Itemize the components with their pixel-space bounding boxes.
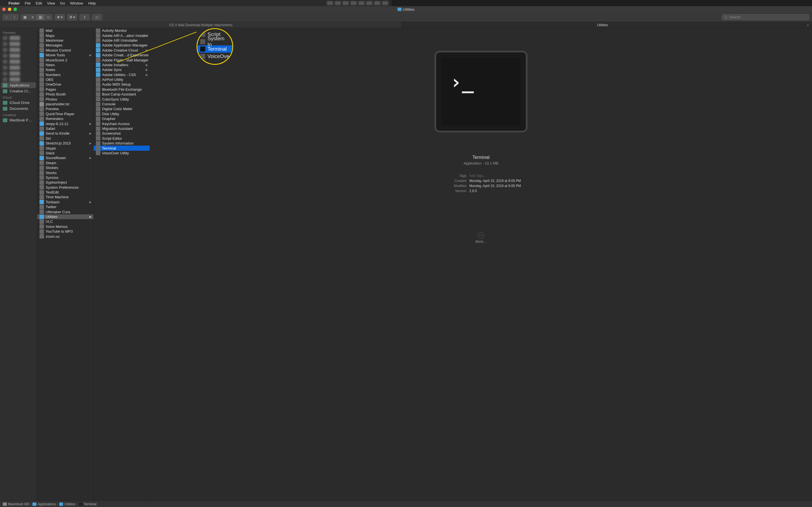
list-item[interactable]: Soundflower▶ [37,156,93,160]
list-item[interactable]: Adobe Sync▶ [94,67,150,72]
list-item[interactable]: Messages [37,43,93,48]
column-view-button[interactable]: ▥ [37,14,45,20]
list-item[interactable]: Toribash▶ [37,200,93,205]
menu-file[interactable]: File [25,1,31,5]
icon-view-button[interactable]: ▦ [21,14,29,20]
list-item[interactable]: Reminders [37,116,93,121]
list-item[interactable]: ColorSync Utility [94,97,150,101]
menu-help[interactable]: Help [88,1,96,5]
list-item[interactable]: VLC [37,219,93,224]
share-button[interactable]: ⇪ [80,14,90,20]
list-item[interactable]: Screenshot [94,131,150,136]
menubar-app[interactable]: Finder [8,1,20,5]
tab-0[interactable]: OS X Mail Download Multiple Attachments [0,22,392,28]
action-button[interactable]: ⚙ ▾ [67,14,77,20]
list-item[interactable]: Send to Kindle▶ [37,131,93,136]
list-item[interactable]: Meshmixer [37,38,93,43]
list-item[interactable]: Pages [37,87,93,92]
list-item[interactable]: Migration Assistant [94,126,150,131]
list-item[interactable]: Adobe Utilities - CS5▶ [94,72,150,77]
list-item[interactable]: Steam [37,161,93,165]
status-icon[interactable] [350,1,357,5]
list-item[interactable]: placeholder.txt [37,102,93,107]
list-item[interactable]: Adobe AIR Uninstaller [94,38,150,43]
menu-edit[interactable]: Edit [36,1,42,5]
list-item[interactable]: Numbers [37,72,93,77]
list-item[interactable]: zoom.us [37,234,93,238]
sidebar-item[interactable]: ████ [0,70,37,76]
status-icon[interactable] [366,1,372,5]
list-item[interactable]: OBS [37,77,93,82]
list-item[interactable]: Utilities▶ [37,214,93,219]
sidebar-item[interactable]: MacBook P… [0,117,37,123]
list-item[interactable]: OneDrive [37,82,93,87]
list-item[interactable]: Adobe Creative Cloud▶ [94,48,150,53]
status-icon[interactable] [335,1,341,5]
list-item[interactable]: Mission Control [37,48,93,53]
list-item[interactable]: Console [94,102,150,107]
zoom-button[interactable] [13,8,17,11]
sidebar-item[interactable]: ████ [0,41,37,47]
list-item[interactable]: Skype [37,146,93,151]
list-item[interactable]: SketchUp 2015▶ [37,141,93,146]
list-item[interactable]: Safari [37,126,93,131]
list-item[interactable]: Adobe Installers▶ [94,62,150,67]
list-item[interactable]: Movie Tools▶ [37,53,93,57]
sidebar-item[interactable]: ████ [0,35,37,41]
forward-button[interactable]: › [11,14,18,20]
list-item[interactable]: Adobe Application Manager▶ [94,43,150,48]
sidebar-item[interactable]: Creative Cl… [0,88,37,94]
list-item[interactable]: Audio MIDI Setup [94,82,150,87]
sidebar-item[interactable]: iCloud Drive [0,100,37,106]
status-icon[interactable] [358,1,364,5]
list-item[interactable]: Activity Monitor [94,28,150,33]
status-icon[interactable] [374,1,380,5]
sidebar-item[interactable]: ████ [0,53,37,59]
close-button[interactable] [2,8,6,11]
list-item[interactable]: YouTube to MP3 [37,229,93,234]
list-item[interactable]: Siri [37,136,93,141]
sidebar-item[interactable]: ████ [0,59,37,64]
list-item[interactable]: Script Editor [94,136,150,141]
back-button[interactable]: ‹ [3,14,11,20]
list-item[interactable]: SyphonInject [37,180,93,185]
list-item[interactable]: Keychain Access [94,121,150,126]
list-item[interactable]: Stickies [37,165,93,170]
list-item[interactable]: System Preferences [37,185,93,190]
list-item[interactable]: Grapher [94,116,150,121]
menu-view[interactable]: View [47,1,55,5]
list-item[interactable]: Digital Color Meter [94,107,150,111]
list-item[interactable]: renpy-6.13.12▶ [37,121,93,126]
list-item[interactable]: Twitter [37,205,93,209]
sidebar-item[interactable]: ████ [0,64,37,70]
sidebar-item[interactable]: Applications [1,82,36,88]
status-icon[interactable] [382,1,388,5]
list-item[interactable]: Mail [37,28,93,33]
list-item[interactable]: MuseScore 2 [37,57,93,62]
sidebar-item[interactable]: Documents [0,106,37,112]
list-item[interactable]: Ultimaker Cura [37,209,93,214]
list-item[interactable]: News [37,62,93,67]
list-item[interactable]: Syncios [37,175,93,180]
list-item[interactable]: Bluetooth File Exchange [94,87,150,92]
list-view-button[interactable]: ≡ [29,14,37,20]
list-item[interactable]: Boot Camp Assistant [94,92,150,97]
sidebar-item[interactable]: ████ [0,76,37,82]
menu-go[interactable]: Go [60,1,65,5]
status-icon[interactable] [343,1,349,5]
list-item[interactable]: Stocks [37,170,93,175]
list-item[interactable]: Photo Booth [37,92,93,97]
status-icon[interactable] [327,1,333,5]
list-item[interactable]: Adobe AIR A…ation Installer [94,33,150,38]
list-item[interactable]: System Information [94,141,150,146]
list-item[interactable]: Notes [37,67,93,72]
list-item[interactable]: Time Machine [37,194,93,200]
gallery-view-button[interactable]: ▭ [45,14,52,20]
list-item[interactable]: AirPort Utility [94,77,150,82]
list-item[interactable]: Slack [37,151,93,156]
list-item[interactable]: VoiceOver Utility [94,151,150,156]
list-item[interactable]: Terminal [94,146,150,151]
list-item[interactable]: Preview [37,107,93,111]
list-item[interactable]: TextEdit [37,190,93,194]
list-item[interactable]: Maps [37,33,93,38]
